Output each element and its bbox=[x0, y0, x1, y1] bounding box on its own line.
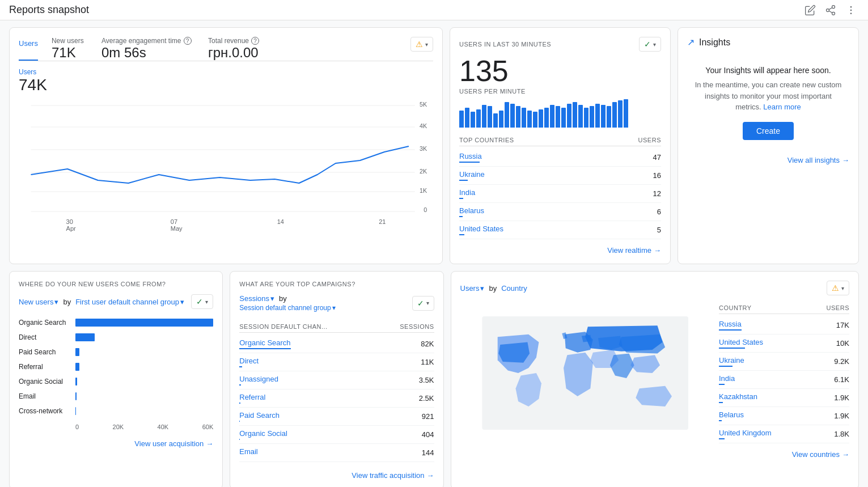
geo-country-cell: United Kingdom bbox=[719, 429, 772, 439]
warning-icon: ⚠ bbox=[416, 40, 423, 49]
bar-mini bbox=[584, 108, 588, 128]
bar-mini bbox=[550, 105, 554, 128]
total-revenue-value: грн.0.00 bbox=[208, 45, 287, 61]
session-channel-cell: Referral bbox=[239, 393, 265, 404]
geo-country-link[interactable]: United States bbox=[719, 338, 763, 346]
acquisition-dropdown-arrow: ▾ bbox=[205, 299, 208, 305]
svg-text:0: 0 bbox=[424, 207, 427, 213]
session-channel-row: Unassigned 3.5K bbox=[239, 371, 434, 389]
session-channel-link[interactable]: Paid Search bbox=[239, 411, 280, 420]
realtime-filter-button[interactable]: ✓ ▾ bbox=[639, 37, 661, 52]
geo-country-bar bbox=[719, 420, 722, 421]
geo-country-link[interactable]: Belarus bbox=[719, 410, 744, 419]
view-acquisition-link[interactable]: View user acquisition → bbox=[19, 439, 213, 448]
new-users-filter[interactable]: New users ▾ bbox=[19, 298, 58, 306]
country-count: 5 bbox=[657, 226, 661, 234]
geo-country-link[interactable]: United Kingdom bbox=[719, 429, 772, 437]
view-traffic-link[interactable]: View traffic acquisition → bbox=[239, 471, 434, 480]
bar-mini bbox=[544, 108, 549, 128]
learn-more-link[interactable]: Learn more bbox=[763, 103, 801, 111]
channel-row: Email bbox=[19, 392, 213, 401]
country-count: 47 bbox=[653, 153, 661, 162]
bar-mini bbox=[459, 111, 464, 128]
view-realtime-link[interactable]: View realtime → bbox=[459, 246, 661, 255]
campaigns-dropdown-arrow: ▾ bbox=[426, 300, 429, 306]
geo-country-bar bbox=[719, 384, 725, 385]
acquisition-filter-button[interactable]: ✓ ▾ bbox=[191, 294, 213, 309]
geo-country-link[interactable]: Kazakhstan bbox=[719, 392, 757, 401]
session-channel-link[interactable]: Unassigned bbox=[239, 375, 278, 383]
country-link[interactable]: Belarus bbox=[459, 206, 484, 215]
session-channel-link[interactable]: Organic Social bbox=[239, 429, 287, 438]
geo-country-cell: Kazakhstan bbox=[719, 392, 757, 403]
session-channel-link[interactable]: Email bbox=[239, 447, 258, 456]
country-bar bbox=[459, 234, 464, 235]
channel-filter[interactable]: First user default channel group ▾ bbox=[75, 298, 184, 306]
engagement-info-icon[interactable]: ? bbox=[184, 37, 192, 45]
session-channel-link[interactable]: Organic Search bbox=[239, 338, 290, 347]
bar-mini bbox=[510, 104, 515, 128]
warning-button[interactable]: ⚠ ▾ bbox=[410, 37, 433, 52]
realtime-count: 135 bbox=[459, 56, 661, 86]
session-channel-link[interactable]: Direct bbox=[239, 357, 259, 365]
svg-text:5K: 5K bbox=[420, 101, 427, 108]
svg-text:4K: 4K bbox=[420, 123, 427, 129]
bar-mini bbox=[471, 112, 475, 128]
sessions-filter[interactable]: Sessions ▾ bbox=[239, 294, 274, 303]
insights-header: ↗ Insights bbox=[687, 37, 849, 48]
geo-country-cell: United States bbox=[719, 338, 763, 349]
bar-mini bbox=[556, 106, 560, 128]
sessions-table-header: SESSION DEFAULT CHAN... SESSIONS bbox=[239, 321, 434, 333]
country-link[interactable]: Ukraine bbox=[459, 170, 485, 179]
geo-country-link[interactable]: India bbox=[719, 374, 735, 383]
session-channel-filter[interactable]: Session default channel group ▾ bbox=[239, 304, 335, 312]
more-icon[interactable] bbox=[843, 2, 859, 18]
campaigns-filter-button[interactable]: ✓ ▾ bbox=[412, 296, 434, 311]
insights-body: Your Insights will appear here soon. In … bbox=[687, 57, 849, 149]
country-link[interactable]: United States bbox=[459, 225, 503, 233]
geo-warning-button[interactable]: ⚠ ▾ bbox=[827, 281, 849, 295]
country-bar bbox=[459, 162, 480, 163]
geo-map bbox=[460, 302, 710, 443]
country-link[interactable]: Russia bbox=[459, 152, 482, 160]
acquisition-card: WHERE DO YOUR NEW USERS COME FROM? New u… bbox=[9, 271, 223, 487]
geo-metric-filter[interactable]: Users ▾ bbox=[460, 284, 485, 293]
acquisition-filter-label: New users ▾ by First user default channe… bbox=[19, 298, 184, 306]
svg-text:1K: 1K bbox=[420, 188, 427, 194]
realtime-subtitle: USERS PER MINUTE bbox=[459, 88, 661, 95]
view-countries-link[interactable]: View countries → bbox=[460, 450, 850, 459]
geo-country-link[interactable]: Ukraine bbox=[719, 356, 744, 365]
revenue-info-icon[interactable]: ? bbox=[251, 37, 259, 45]
insights-title: Insights bbox=[699, 37, 730, 48]
dropdown-arrow-icon: ▾ bbox=[425, 41, 428, 48]
tab-users[interactable]: Users bbox=[19, 37, 38, 61]
edit-icon[interactable] bbox=[802, 2, 818, 18]
bar-mini bbox=[590, 106, 594, 128]
geo-content: COUNTRY USERS Russia 17K United States 1… bbox=[460, 302, 850, 443]
geo-country-row: Belarus 1.9K bbox=[719, 407, 849, 425]
geo-filter: Users ▾ by Country bbox=[460, 284, 527, 293]
view-all-insights-link[interactable]: View all insights → bbox=[687, 156, 849, 164]
countries-col-header: TOP COUNTRIES bbox=[459, 137, 514, 143]
main-content: Users New users 71K Average engagement t… bbox=[0, 20, 868, 487]
channel-row: Organic Search bbox=[19, 318, 213, 327]
svg-point-6 bbox=[850, 9, 852, 11]
country-link[interactable]: India bbox=[459, 188, 475, 197]
bar-mini bbox=[527, 111, 532, 128]
channel-row: Paid Search bbox=[19, 348, 213, 357]
session-channel-link[interactable]: Referral bbox=[239, 393, 265, 401]
channel-bar bbox=[75, 378, 77, 386]
realtime-bar-chart bbox=[459, 99, 661, 128]
bar-mini bbox=[488, 106, 492, 128]
channel-row: Direct bbox=[19, 333, 213, 342]
geo-dimension-filter[interactable]: Country bbox=[501, 284, 527, 293]
create-button[interactable]: Create bbox=[743, 122, 794, 140]
geo-country-link[interactable]: Russia bbox=[719, 320, 742, 328]
share-icon[interactable] bbox=[823, 2, 839, 18]
country-count: 16 bbox=[653, 171, 661, 180]
geo-country-bar bbox=[719, 348, 745, 349]
channel-bar bbox=[75, 333, 95, 341]
country-row: United States 5 bbox=[459, 221, 661, 239]
country-cell: Ukraine bbox=[459, 170, 485, 181]
geo-country-count: 1.9K bbox=[834, 412, 849, 420]
